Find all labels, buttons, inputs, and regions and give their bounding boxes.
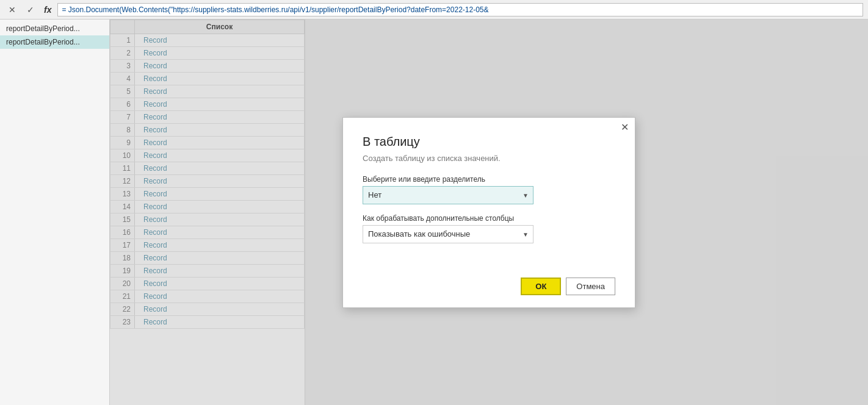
dialog-footer: ОК Отмена <box>343 270 635 307</box>
cancel-formula-button[interactable]: ✕ <box>5 2 20 17</box>
cancel-button[interactable]: Отмена <box>566 278 615 295</box>
formula-bar[interactable]: = Json.Document(Web.Contents("https://su… <box>57 3 863 16</box>
delimiter-select[interactable]: Нет,;:| <box>363 186 533 204</box>
dialog-close-button[interactable]: ✕ <box>621 123 629 132</box>
delimiter-select-wrapper: Нет,;:| ▼ <box>363 186 533 204</box>
ok-button[interactable]: ОК <box>521 278 561 295</box>
delimiter-label: Выберите или введите разделитель <box>363 175 615 184</box>
dialog-subtitle: Создать таблицу из списка значений. <box>363 154 615 163</box>
dialog-overlay: ✕ В таблицу Создать таблицу из списка зн… <box>110 20 868 405</box>
top-bar: ✕ ✓ fx = Json.Document(Web.Contents("htt… <box>0 0 868 20</box>
sidebar-item-1[interactable]: reportDetailByPeriod... <box>0 22 109 35</box>
extra-columns-select-wrapper: Показывать как ошибочныеИгнорировать доп… <box>363 225 533 243</box>
sidebar: reportDetailByPeriod... reportDetailByPe… <box>0 20 110 405</box>
dialog-title: В таблицу <box>363 135 615 149</box>
formula-text: = Json.Document(Web.Contents("https://su… <box>62 5 488 14</box>
sidebar-item-2[interactable]: reportDetailByPeriod... <box>0 35 109 49</box>
confirm-formula-button[interactable]: ✓ <box>23 2 38 17</box>
dialog-body: В таблицу Создать таблицу из списка знач… <box>343 118 635 270</box>
main-layout: reportDetailByPeriod... reportDetailByPe… <box>0 20 868 405</box>
content-area: Список 1Record2Record3Record4Record5Reco… <box>110 20 868 405</box>
extra-columns-select[interactable]: Показывать как ошибочныеИгнорировать доп… <box>363 225 533 243</box>
fx-label: fx <box>44 5 51 15</box>
dialog: ✕ В таблицу Создать таблицу из списка зн… <box>342 117 635 308</box>
extra-columns-label: Как обрабатывать дополнительные столбцы <box>363 214 615 223</box>
